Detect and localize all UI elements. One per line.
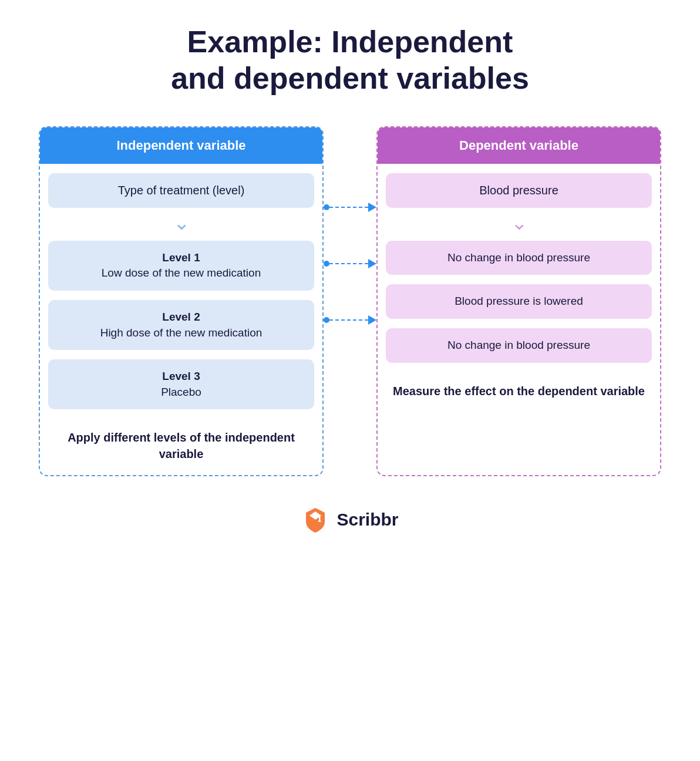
independent-type-card: Type of treatment (level) (48, 173, 314, 208)
right-bottom-label: Measure the effect on the dependent vari… (385, 383, 653, 399)
svg-rect-1 (319, 516, 321, 521)
independent-variable-panel: Independent variable Type of treatment (… (39, 126, 324, 477)
chevron-down-right: ⌄ (511, 213, 527, 233)
dependent-type-card: Blood pressure (386, 173, 652, 208)
level-1-card: Level 1 Low dose of the new medication (48, 241, 314, 291)
arrow-1 (324, 203, 376, 212)
level-3-card: Level 3 Placebo (48, 359, 314, 409)
result-1-text: No change in blood pressure (447, 251, 590, 264)
arrow-2 (324, 259, 376, 268)
arrow-3 (324, 315, 376, 325)
dependent-var-header: Dependent variable (378, 127, 660, 164)
svg-point-2 (318, 520, 321, 522)
scribbr-logo-text: Scribbr (336, 510, 398, 530)
result-2-card: Blood pressure is lowered (386, 284, 652, 319)
level-1-label: Level 1 (60, 250, 302, 266)
level-3-label: Level 3 (60, 369, 302, 385)
level-1-desc: Low dose of the new medication (102, 267, 261, 279)
result-2-text: Blood pressure is lowered (455, 295, 583, 307)
scribbr-logo-icon (301, 506, 329, 534)
level-2-card: Level 2 High dose of the new medication (48, 300, 314, 350)
level-2-desc: High dose of the new medication (100, 326, 262, 339)
dependent-variable-panel: Dependent variable Blood pressure ⌄ No c… (376, 126, 661, 477)
diagram: Independent variable Type of treatment (… (39, 126, 661, 477)
result-1-card: No change in blood pressure (386, 241, 652, 275)
level-2-label: Level 2 (60, 309, 302, 325)
arrows-column (324, 126, 376, 477)
result-3-card: No change in blood pressure (386, 328, 652, 363)
level-3-desc: Placebo (161, 386, 201, 398)
logo-area: Scribbr (301, 506, 398, 534)
chevron-down-left: ⌄ (173, 213, 190, 233)
result-3-text: No change in blood pressure (447, 339, 590, 351)
left-bottom-label: Apply different levels of the independen… (40, 429, 322, 462)
page-title: Example: Independent and dependent varia… (171, 23, 529, 97)
independent-var-header: Independent variable (40, 127, 322, 164)
